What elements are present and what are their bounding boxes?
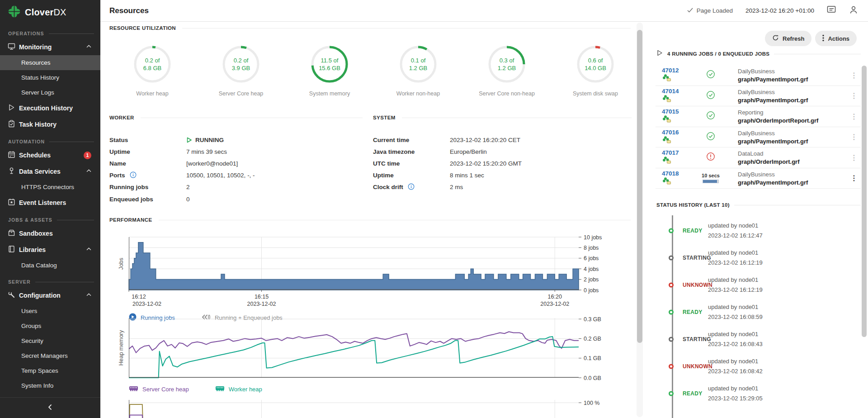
sidebar-subitem-temp-spaces[interactable]: Temp Spaces xyxy=(0,363,100,378)
info-icon[interactable] xyxy=(408,183,415,191)
task-history-icon xyxy=(8,120,15,129)
job-id-link[interactable]: 47015 xyxy=(662,108,679,115)
sidebar-item-event-listeners[interactable]: Event Listeners xyxy=(0,195,100,211)
sidebar-subitem-status-history[interactable]: Status History xyxy=(0,70,100,85)
job-kebab-menu[interactable]: ⋮ xyxy=(847,133,861,141)
sidebar-subitem-system-info[interactable]: System Info xyxy=(0,378,100,393)
chevron-up-icon[interactable] xyxy=(85,246,92,254)
status-timestamp: 2023-12-02 16:12:47 xyxy=(708,232,763,239)
status-dot-icon xyxy=(669,310,674,315)
job-id-link[interactable]: 47016 xyxy=(662,129,679,136)
status-dot-icon xyxy=(669,228,674,233)
sidebar-subitem-data-catalog[interactable]: Data Catalog xyxy=(0,258,100,273)
svg-text:0.3 GB: 0.3 GB xyxy=(584,316,601,323)
detail-row-current-time: Current time2023-12-02 16:20:20 CET xyxy=(373,134,632,146)
worker-table: StatusRUNNINGUptime7 mins 39 secsName[wo… xyxy=(109,134,363,205)
job-kebab-menu[interactable]: ⋮ xyxy=(847,112,861,121)
running-jobs-chart: Jobs0 jobs2 jobs4 jobs6 jobs8 jobs10 job… xyxy=(129,237,617,322)
legend-item[interactable]: Worker heap xyxy=(215,385,262,393)
job-sandbox: DailyBusiness xyxy=(738,130,775,137)
svg-text:2023-12-02: 2023-12-02 xyxy=(540,301,569,307)
job-row-47015[interactable]: 47015Reportinggraph/OrderImportReport.gr… xyxy=(656,106,861,127)
svg-text:16:20: 16:20 xyxy=(548,294,562,300)
job-ok-icon xyxy=(706,70,715,81)
panel-scrollbar-thumb[interactable] xyxy=(862,66,867,337)
job-row-47012[interactable]: 47012DailyBusinessgraph/PaymentImport.gr… xyxy=(656,65,861,86)
sidebar-collapse-button[interactable] xyxy=(0,397,100,418)
user-menu-button[interactable] xyxy=(849,5,858,16)
job-row-47017[interactable]: 47017DataLoadgraph/OrderImport.grf⋮ xyxy=(656,147,861,168)
job-sandbox: DailyBusiness xyxy=(738,68,775,75)
main-scrollbar-thumb[interactable] xyxy=(637,30,642,343)
chevron-up-icon[interactable] xyxy=(85,291,92,300)
sidebar-subitem-https-connectors[interactable]: HTTPS Connectors xyxy=(0,180,100,195)
status-history-entry: STARTINGupdated by node012023-12-02 16:1… xyxy=(656,248,868,268)
status-label: STARTING xyxy=(683,255,711,261)
job-sandbox: DailyBusiness xyxy=(738,171,775,178)
feedback-button[interactable] xyxy=(827,5,836,16)
legend-item[interactable]: Server Core heap xyxy=(129,385,189,393)
sidebar-subitem-groups[interactable]: Groups xyxy=(0,318,100,333)
logo[interactable]: CloverDX xyxy=(0,0,100,24)
status-updated-by: updated by node01 xyxy=(708,304,758,310)
kebab-icon xyxy=(822,34,824,43)
sidebar-item-monitoring[interactable]: Monitoring xyxy=(0,39,100,55)
gauge-label: Worker non-heap xyxy=(396,90,440,97)
detail-row-status: StatusRUNNING xyxy=(109,134,363,146)
job-row-47018[interactable]: 4701810 secsDailyBusinessgraph/PaymentIm… xyxy=(656,168,861,189)
sidebar-item-configuration[interactable]: Configuration xyxy=(0,287,100,304)
job-list: 47012DailyBusinessgraph/PaymentImport.gr… xyxy=(656,65,861,189)
section-worker: WORKER xyxy=(109,115,363,120)
status-timestamp: 2023-12-02 16:08:43 xyxy=(708,341,763,347)
svg-text:10 jobs: 10 jobs xyxy=(584,234,602,241)
info-icon[interactable] xyxy=(130,171,137,180)
sidebar-item-data-services[interactable]: Data Services xyxy=(0,163,100,180)
chevron-up-icon[interactable] xyxy=(85,43,92,52)
job-kebab-menu[interactable]: ⋮ xyxy=(847,153,861,162)
status-history-header: STATUS HISTORY (LAST 10) xyxy=(656,202,861,208)
sidebar-subitem-resources[interactable]: Resources xyxy=(0,55,100,70)
main-scrollbar[interactable] xyxy=(637,23,643,417)
sidebar-item-schedules[interactable]: Schedules1 xyxy=(0,147,100,163)
sidebar-subitem-secret-managers[interactable]: Secret Managers xyxy=(0,348,100,363)
sidebar-subitem-users[interactable]: Users xyxy=(0,304,100,318)
gauge-label: Server Core non-heap xyxy=(479,90,535,97)
configuration-icon xyxy=(8,291,15,300)
detail-row-uptime: Uptime8 mins 1 sec xyxy=(373,170,632,181)
job-id-link[interactable]: 47012 xyxy=(662,67,679,74)
detail-row-clock-drift: Clock drift2 ms xyxy=(373,181,632,193)
refresh-icon xyxy=(772,34,779,43)
panel-scrollbar[interactable] xyxy=(862,22,867,418)
status-dot-icon xyxy=(669,283,674,288)
data-services-icon xyxy=(8,167,15,176)
sidebar-item-sandboxes[interactable]: Sandboxes xyxy=(0,225,100,242)
sidebar-item-execution-history[interactable]: Execution History xyxy=(0,100,100,116)
heap-memory-chart: Heap memory0.0 GB0.1 GB0.2 GB0.3 GBServe… xyxy=(129,318,617,393)
status-history-entry: UNKNOWNupdated by node012023-12-02 16:08… xyxy=(656,356,868,376)
job-path: graph/OrderImportReport.grf xyxy=(738,117,818,124)
nav-section-label: AUTOMATION xyxy=(0,133,100,147)
chevron-up-icon[interactable] xyxy=(85,167,92,176)
job-id-link[interactable]: 47017 xyxy=(662,149,679,156)
job-row-47014[interactable]: 47014DailyBusinessgraph/PaymentImport.gr… xyxy=(656,86,861,107)
job-row-47016[interactable]: 47016DailyBusinessgraph/PaymentImport.gr… xyxy=(656,127,861,148)
graph-job-icon xyxy=(662,115,672,124)
status-history-entry: READYupdated by node012023-12-02 16:08:5… xyxy=(656,302,868,322)
sidebar-subitem-server-logs[interactable]: Server Logs xyxy=(0,85,100,100)
gauge-label: System disk swap xyxy=(573,90,618,97)
status-timestamp: 2023-12-02 16:08:59 xyxy=(708,314,763,320)
refresh-button[interactable]: Refresh xyxy=(765,31,811,46)
svg-text:6 jobs: 6 jobs xyxy=(584,255,599,261)
sidebar-item-task-history[interactable]: Task History xyxy=(0,116,100,133)
page-loaded-status: Page Loaded xyxy=(687,7,733,14)
status-timestamp: 2023-12-02 16:12:19 xyxy=(708,259,763,266)
job-kebab-menu[interactable]: ⋮ xyxy=(847,174,861,182)
sidebar-subitem-security[interactable]: Security xyxy=(0,333,100,348)
job-kebab-menu[interactable]: ⋮ xyxy=(847,71,861,80)
actions-button[interactable]: Actions xyxy=(815,31,857,46)
job-id-link[interactable]: 47014 xyxy=(662,88,679,95)
job-kebab-menu[interactable]: ⋮ xyxy=(847,91,861,100)
job-id-link[interactable]: 47018 xyxy=(662,170,679,177)
sidebar-item-libraries[interactable]: Libraries xyxy=(0,242,100,258)
status-history-entry: READYupdated by node012023-12-02 15:29:0… xyxy=(656,384,868,404)
